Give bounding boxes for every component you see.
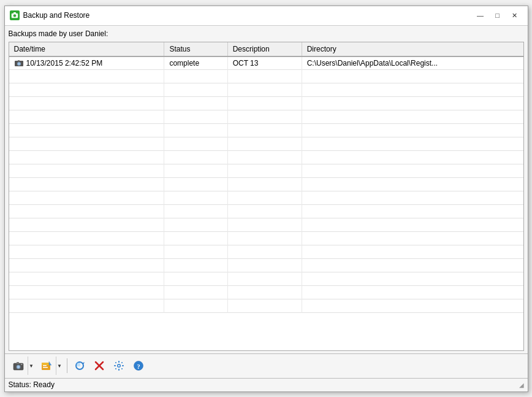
svg-rect-17	[77, 363, 80, 366]
status-bar: Status: Ready ◢	[5, 378, 528, 391]
cell-empty	[302, 151, 523, 164]
resize-grip: ◢	[519, 382, 524, 388]
main-window: Backup and Restore — □ ✕ Backups made by…	[4, 6, 528, 392]
cell-empty	[9, 151, 164, 164]
settings-button[interactable]	[110, 357, 128, 375]
cell-empty	[9, 137, 164, 151]
cell-empty	[9, 191, 164, 205]
status-text: Status: Ready	[9, 380, 55, 389]
maximize-button[interactable]: □	[490, 9, 506, 22]
svg-rect-28	[115, 368, 116, 370]
table-row-empty	[9, 178, 523, 191]
cell-empty	[302, 70, 523, 83]
toolbar-sep-1	[67, 358, 67, 373]
backup-dropdown-arrow[interactable]: ▼	[28, 357, 35, 375]
cell-empty	[302, 232, 523, 245]
cell-empty	[9, 97, 164, 110]
cell-empty	[9, 124, 164, 137]
cell-empty	[164, 110, 227, 124]
svg-rect-26	[115, 362, 116, 364]
cell-empty	[227, 191, 302, 205]
col-status: Status	[164, 42, 227, 56]
table-row-empty	[9, 218, 523, 232]
datetime-value: 10/13/2015 2:42:52 PM	[26, 59, 103, 67]
cell-empty	[302, 259, 523, 272]
cell-empty	[9, 272, 164, 286]
table-row-empty	[9, 137, 523, 151]
table-row-empty	[9, 232, 523, 245]
cell-empty	[227, 164, 302, 178]
cell-empty	[302, 164, 523, 178]
cell-datetime: 10/13/2015 2:42:52 PM	[9, 56, 164, 70]
svg-rect-15	[43, 367, 48, 368]
cell-empty	[164, 83, 227, 97]
restore-icon	[40, 360, 53, 371]
table-row-empty	[9, 110, 523, 124]
cell-empty	[9, 178, 164, 191]
restore-dropdown-arrow[interactable]: ▼	[56, 357, 63, 375]
table-row-empty	[9, 97, 523, 110]
cell-empty	[302, 97, 523, 110]
close-button[interactable]: ✕	[507, 9, 523, 22]
cell-empty	[164, 259, 227, 272]
cell-empty	[164, 164, 227, 178]
table-row-empty	[9, 205, 523, 218]
col-datetime: Date/time	[9, 42, 164, 56]
cell-empty	[227, 245, 302, 259]
table-row-empty	[9, 83, 523, 97]
app-icon	[10, 10, 20, 20]
cell-empty	[227, 272, 302, 286]
cell-empty	[164, 124, 227, 137]
cell-empty	[164, 218, 227, 232]
window-controls: — □ ✕	[473, 9, 523, 22]
restore-button[interactable]	[37, 357, 56, 375]
col-description: Description	[227, 42, 302, 56]
cell-empty	[227, 218, 302, 232]
content-area: Backups made by user Daniel: Date/time S…	[5, 26, 528, 353]
settings-icon	[113, 360, 124, 371]
delete-button[interactable]	[90, 357, 108, 375]
svg-rect-27	[121, 362, 123, 364]
cell-empty	[164, 245, 227, 259]
refresh-button[interactable]	[70, 357, 89, 375]
cell-empty	[164, 70, 227, 83]
cell-empty	[227, 286, 302, 299]
cell-empty	[9, 70, 164, 83]
help-button[interactable]: ?	[129, 357, 148, 375]
cell-empty	[164, 205, 227, 218]
backups-table: Date/time Status Description Directory 1…	[9, 42, 523, 314]
title-bar-left: Backup and Restore	[10, 10, 90, 20]
cell-empty	[302, 272, 523, 286]
svg-rect-14	[43, 365, 47, 366]
help-icon: ?	[133, 360, 144, 371]
cell-empty	[302, 205, 523, 218]
window-title: Backup and Restore	[23, 11, 90, 20]
cell-empty	[9, 259, 164, 272]
cell-empty	[227, 110, 302, 124]
cell-empty	[164, 272, 227, 286]
minimize-button[interactable]: —	[473, 9, 488, 22]
backup-row-icon	[14, 60, 24, 67]
cell-empty	[164, 151, 227, 164]
table-row-empty	[9, 70, 523, 83]
cell-empty	[164, 137, 227, 151]
restore-dropdown[interactable]: ▼	[37, 357, 64, 375]
svg-point-21	[118, 365, 120, 367]
table-row[interactable]: 10/13/2015 2:42:52 PM completeOCT 13C:\U…	[9, 56, 523, 70]
table-container[interactable]: Date/time Status Description Directory 1…	[9, 42, 524, 351]
title-bar: Backup and Restore — □ ✕	[5, 6, 528, 26]
svg-rect-29	[121, 368, 123, 370]
cell-empty	[9, 110, 164, 124]
cell-description: OCT 13	[227, 56, 302, 70]
cell-empty	[227, 70, 302, 83]
cell-empty	[9, 205, 164, 218]
cell-empty	[227, 299, 302, 313]
svg-point-1	[13, 14, 16, 17]
col-directory: Directory	[302, 42, 523, 56]
toolbar: ▼ ▼	[5, 353, 528, 378]
cell-empty	[164, 232, 227, 245]
backup-button[interactable]	[9, 357, 28, 375]
backup-dropdown[interactable]: ▼	[9, 357, 36, 375]
cell-empty	[227, 137, 302, 151]
app-icon-svg	[11, 12, 18, 19]
